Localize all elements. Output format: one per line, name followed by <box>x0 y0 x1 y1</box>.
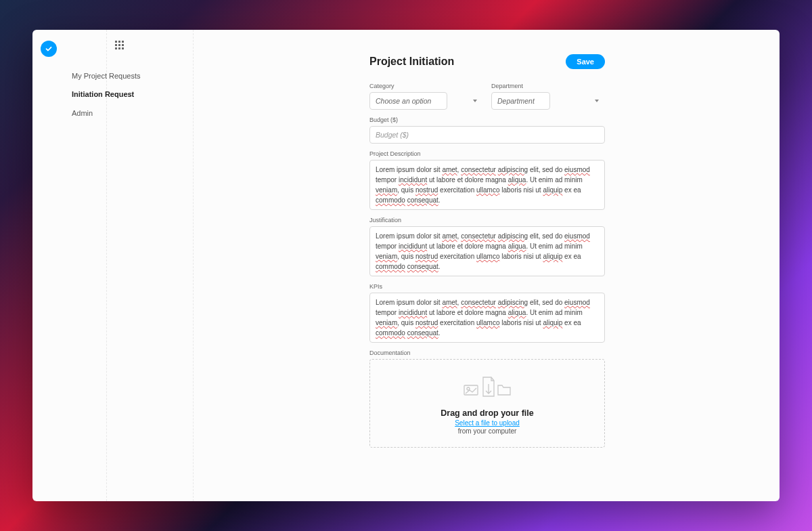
category-select[interactable]: Choose an option <box>369 92 447 110</box>
save-button[interactable]: Save <box>566 54 605 69</box>
category-label: Category <box>369 83 483 89</box>
kpis-label: KPIs <box>369 283 605 290</box>
budget-input[interactable] <box>369 126 605 144</box>
dropzone-select-link[interactable]: Select a file to upload <box>455 419 520 427</box>
nav-admin[interactable]: Admin <box>72 104 193 123</box>
form-header: Project Initiation Save <box>369 54 605 69</box>
kpis-textarea[interactable]: Lorem ipsum dolor sit amet, consectetur … <box>369 293 605 343</box>
description-label: Project Description <box>369 150 605 157</box>
file-upload-icon <box>463 373 512 400</box>
justification-textarea[interactable]: Lorem ipsum dolor sit amet, consectetur … <box>369 226 605 276</box>
documentation-label: Documentation <box>369 349 605 356</box>
check-icon <box>45 45 53 53</box>
form-container: Project Initiation Save Category Choose … <box>369 54 605 448</box>
nav-initiation-request[interactable]: Initiation Request <box>72 85 193 104</box>
budget-label: Budget ($) <box>369 116 605 123</box>
app-window: My Project Requests Initiation Request A… <box>32 30 780 501</box>
dropzone-title: Drag and drop your file <box>441 408 534 418</box>
page-title: Project Initiation <box>369 56 454 68</box>
justification-label: Justification <box>369 217 605 224</box>
department-label: Department <box>491 83 605 89</box>
main-content: Project Initiation Save Category Choose … <box>194 30 780 501</box>
sidebar-nav: My Project Requests Initiation Request A… <box>107 30 194 501</box>
department-select[interactable]: Department <box>491 92 550 110</box>
nav-my-project-requests[interactable]: My Project Requests <box>72 67 193 85</box>
app-logo[interactable] <box>41 41 57 57</box>
svg-point-1 <box>467 387 470 390</box>
apps-grid-icon[interactable] <box>115 41 193 49</box>
dropzone-subtext: from your computer <box>458 427 517 435</box>
description-textarea[interactable]: Lorem ipsum dolor sit amet, consectetur … <box>369 160 605 210</box>
file-dropzone[interactable]: Drag and drop your file Select a file to… <box>369 359 605 448</box>
